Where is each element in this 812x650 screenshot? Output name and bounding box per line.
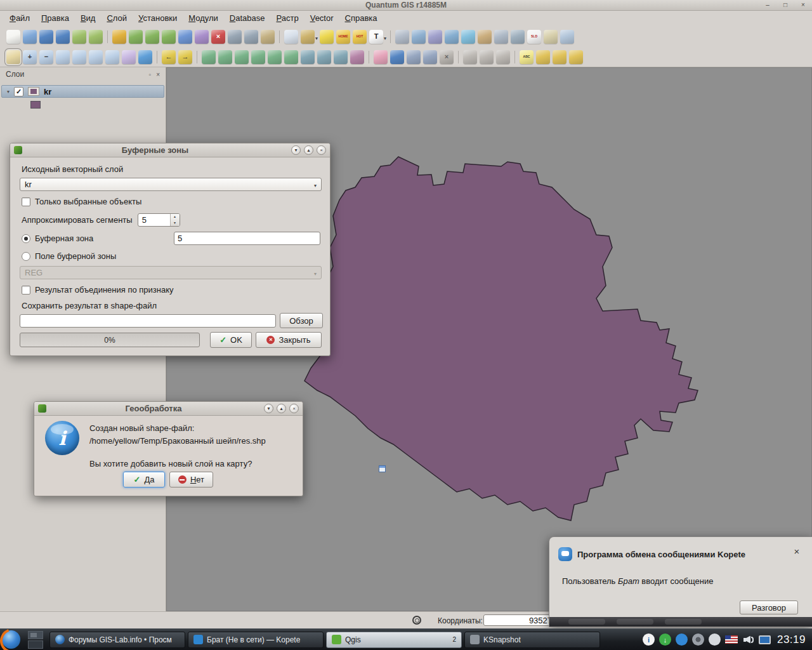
menu-raster[interactable]: Растр xyxy=(270,11,304,26)
dialog-close-button[interactable] xyxy=(289,404,299,413)
delete-part-icon[interactable] xyxy=(268,50,282,64)
menu-file[interactable]: Файл xyxy=(4,11,36,26)
zoom-to-selection-icon[interactable] xyxy=(72,50,86,64)
klipper-tray-icon[interactable] xyxy=(709,633,721,646)
merge-attributes-icon[interactable] xyxy=(334,50,348,64)
move-feature-icon[interactable] xyxy=(178,30,192,44)
interpolation-icon[interactable] xyxy=(445,30,459,44)
close-dialog-button[interactable]: Закрыть xyxy=(256,332,322,348)
zoom-actual-size-icon[interactable] xyxy=(122,50,136,64)
buffer-distance-radio[interactable] xyxy=(22,234,30,243)
menu-edit[interactable]: Правка xyxy=(36,11,75,26)
merge-features-icon[interactable] xyxy=(317,50,331,64)
spin-down-icon[interactable] xyxy=(171,220,180,227)
keyboard-us-tray-icon[interactable] xyxy=(725,635,738,644)
dialog-minimize-button[interactable] xyxy=(291,145,301,155)
pan-map-icon[interactable] xyxy=(6,50,20,64)
add-part-icon[interactable] xyxy=(235,50,249,64)
menu-help[interactable]: Справка xyxy=(339,11,383,26)
tree-expander-icon[interactable] xyxy=(7,89,10,95)
talk-button[interactable]: Разговор xyxy=(740,600,798,614)
node-tool-icon[interactable] xyxy=(195,30,209,44)
delete-ring-icon[interactable] xyxy=(251,50,265,64)
source-layer-combo[interactable]: kr xyxy=(20,178,322,191)
output-path-input[interactable] xyxy=(20,314,276,328)
ok-button[interactable]: OK xyxy=(210,332,252,348)
cut-disabled-icon[interactable] xyxy=(463,50,477,64)
firefox-launcher-icon[interactable] xyxy=(2,630,20,649)
sld-export-icon[interactable]: SLD xyxy=(527,30,541,44)
move-label-icon[interactable] xyxy=(536,50,550,64)
dropdown-caret-icon[interactable] xyxy=(315,31,318,43)
road-graph-icon[interactable] xyxy=(478,30,492,44)
notifier-tray-icon[interactable]: i xyxy=(643,633,655,646)
dialog-maximize-button[interactable] xyxy=(304,145,313,155)
menu-view[interactable]: Вид xyxy=(75,11,102,26)
map-tips-icon[interactable] xyxy=(320,30,334,44)
minimize-button[interactable] xyxy=(763,1,773,10)
move-vertex-icon[interactable] xyxy=(407,50,421,64)
menu-layer[interactable]: Слой xyxy=(101,11,133,26)
quick-print-icon[interactable] xyxy=(544,30,558,44)
coordinate-capture-icon[interactable] xyxy=(412,30,426,44)
taskbar-task-firefox[interactable]: Форумы GIS-Lab.info • Просм xyxy=(49,632,185,648)
selected-only-checkbox[interactable] xyxy=(22,197,30,206)
offset-curve-icon[interactable] xyxy=(423,50,437,64)
extents-icon[interactable] xyxy=(412,616,421,625)
buffer-distance-input[interactable] xyxy=(174,232,320,245)
layer-row[interactable]: kr xyxy=(1,85,164,98)
measure-icon[interactable] xyxy=(301,30,315,44)
region-polygon[interactable] xyxy=(304,157,698,521)
new-print-composer-icon[interactable] xyxy=(72,30,86,44)
display-tray-icon[interactable] xyxy=(759,635,771,644)
menu-database[interactable]: Database xyxy=(224,11,271,26)
geoprocessing-titlebar[interactable]: Геообработка xyxy=(34,402,303,416)
taskbar-task-kopete[interactable]: Брат (Не в сети) — Kopete xyxy=(188,632,324,648)
dialog-minimize-button[interactable] xyxy=(264,404,273,413)
text-annotation-icon[interactable]: T xyxy=(369,30,383,44)
toggle-editing-icon[interactable] xyxy=(112,30,126,44)
capture-line-icon[interactable] xyxy=(145,30,159,44)
buffer-field-radio[interactable] xyxy=(22,252,30,261)
split-features-icon[interactable] xyxy=(301,50,315,64)
taskbar-task-qgis[interactable]: Qgis2 xyxy=(326,632,462,648)
layer-symbology-swatch[interactable] xyxy=(30,101,41,109)
maximize-button[interactable] xyxy=(780,1,790,10)
menu-settings[interactable]: Установки xyxy=(133,11,183,26)
reshape-features-icon[interactable] xyxy=(284,50,298,64)
refresh-map-icon[interactable] xyxy=(138,50,152,64)
rotate-point-symbols-icon[interactable] xyxy=(350,50,364,64)
browse-button[interactable]: Обзор xyxy=(280,313,323,328)
undo-icon[interactable]: ← xyxy=(162,50,176,64)
delete-selected-icon[interactable]: × xyxy=(211,30,225,44)
yes-button[interactable]: Да xyxy=(123,472,165,488)
dropdown-caret-icon[interactable] xyxy=(384,31,386,43)
change-label-icon[interactable] xyxy=(569,50,583,64)
rotate-label-icon[interactable] xyxy=(553,50,566,64)
about-plugin-icon[interactable] xyxy=(560,30,574,44)
labeling-icon[interactable]: ABC xyxy=(520,50,534,64)
simplify-feature-icon[interactable] xyxy=(202,50,216,64)
eraser-icon[interactable] xyxy=(374,50,388,64)
window-titlebar[interactable]: Quantum GIS r14885M xyxy=(0,0,812,11)
open-project-icon[interactable] xyxy=(23,30,37,44)
new-bookmark-icon[interactable]: HOME xyxy=(336,30,350,44)
taskbar-task-ksnapshot[interactable]: KSnapshot xyxy=(464,632,600,648)
segments-spinbox[interactable]: 5 xyxy=(138,213,180,227)
mapserver-export-icon[interactable] xyxy=(511,30,525,44)
zoom-out-icon[interactable]: − xyxy=(39,50,53,64)
cut-features-icon[interactable] xyxy=(228,30,242,44)
pager-desktop-1[interactable] xyxy=(28,631,43,639)
panel-float-icon[interactable] xyxy=(149,71,152,78)
dissolve-checkbox[interactable] xyxy=(22,286,30,295)
close-button[interactable] xyxy=(798,1,808,10)
raster-terrain-icon[interactable] xyxy=(461,30,475,44)
kget-tray-icon[interactable]: ↓ xyxy=(659,633,671,646)
save-project-icon[interactable] xyxy=(39,30,53,44)
kopete-tray-icon[interactable] xyxy=(676,633,688,646)
spit-icon[interactable] xyxy=(494,30,508,44)
menu-plugins[interactable]: Модули xyxy=(183,11,224,26)
save-edits-icon[interactable] xyxy=(390,50,404,64)
composer-manager-icon[interactable] xyxy=(89,30,103,44)
desktop-pager[interactable] xyxy=(28,631,43,649)
